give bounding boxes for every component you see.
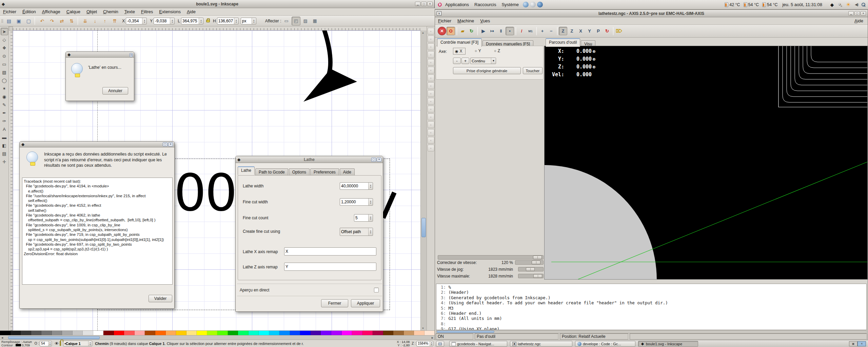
- tool-button-eraser[interactable]: ▬: [1, 134, 8, 141]
- max-velocity-slider[interactable]: [518, 274, 544, 278]
- snap-button-snap-bbox-corners[interactable]: ▫: [428, 51, 434, 58]
- palette-swatch-25[interactable]: [259, 331, 269, 335]
- palette-swatch-41[interactable]: [425, 331, 435, 335]
- taskbar-window-gcodetools-navigat[interactable]: gcodetools - Navigat...: [449, 341, 507, 347]
- workspace-1[interactable]: ▣: [849, 341, 857, 346]
- tool-button-tweak[interactable]: ❖: [1, 44, 8, 52]
- progress-dialog-titlebar[interactable]: ✕: [66, 52, 134, 58]
- palette-swatch-11[interactable]: [114, 331, 124, 335]
- snap-button-snap-line-midpoints[interactable]: ▫: [428, 114, 434, 120]
- minimize-icon[interactable]: ▁: [848, 11, 854, 16]
- snap-button-snap-paths[interactable]: ▫: [428, 82, 434, 89]
- temperature-applet-42-c[interactable]: 42 °C: [725, 2, 740, 7]
- menu-item-vues[interactable]: Vues: [477, 17, 493, 24]
- palette-swatch-38[interactable]: [393, 331, 404, 335]
- snap-button-snap-page-border[interactable]: ▫: [428, 137, 434, 144]
- palette-swatch-9[interactable]: [93, 331, 104, 335]
- tool-button-paint-bucket[interactable]: ◧: [1, 142, 8, 149]
- palette-swatch-21[interactable]: [217, 331, 228, 335]
- axis-titlebar[interactable]: X lathetestz.ngc - AXIS 2.5.0~pre sur EM…: [435, 10, 868, 17]
- temperature-applet-54-c[interactable]: 54 °C: [744, 2, 759, 7]
- tool-button-star[interactable]: ✶: [1, 85, 8, 92]
- close-icon[interactable]: ✕: [377, 158, 381, 162]
- workspace-switcher[interactable]: ▣ ✕: [849, 341, 866, 346]
- apply-button[interactable]: Appliquer: [351, 299, 380, 307]
- snap-button-snap-object-centers[interactable]: ▫: [428, 121, 434, 128]
- palette-swatch-15[interactable]: [155, 331, 166, 335]
- toolbar-button-zoom-out[interactable]: −: [547, 27, 555, 35]
- tool-button-dropper[interactable]: ✛: [1, 158, 8, 165]
- snap-button-snap-bbox-edges[interactable]: ▫: [428, 43, 434, 50]
- command-button-deselect[interactable]: ▢: [24, 17, 33, 25]
- tray-inkscape-tray-icon[interactable]: [829, 2, 835, 8]
- touch-off-button[interactable]: Toucher: [523, 67, 542, 74]
- palette-swatch-28[interactable]: [290, 331, 300, 335]
- toolbar-button-machine-power[interactable]: O: [447, 27, 455, 35]
- home-all-button[interactable]: Prise d'origine générale: [453, 67, 521, 74]
- toolpath-preview[interactable]: X: 0.000⊕ Y: 0.000⊕ Z: 0.000⊕ Vel: 0.000: [544, 46, 868, 280]
- maximize-icon[interactable]: ▢: [371, 158, 376, 162]
- panel-menu-applications[interactable]: Applications: [442, 2, 472, 7]
- toolbar-button-optional-stop[interactable]: M1: [526, 27, 535, 35]
- tray-search-tray-icon[interactable]: [862, 3, 865, 6]
- palette-swatch-10[interactable]: [103, 331, 114, 335]
- menu-item-calque[interactable]: Calque: [63, 8, 83, 15]
- panel-menu-syst-me[interactable]: Système: [499, 2, 521, 7]
- palette-swatch-31[interactable]: [321, 331, 331, 335]
- gcode-line-using-default-header-to-add-your-own-header-create-file-header-in-the-output-dir[interactable]: 4: (Using default header. To add your ow…: [438, 300, 866, 305]
- tool-button-spiral[interactable]: ◉: [1, 93, 8, 100]
- palette-swatch-5[interactable]: [52, 331, 62, 335]
- palette-swatch-13[interactable]: [135, 331, 145, 335]
- close-icon[interactable]: ✕: [168, 142, 173, 146]
- tool-button-ellipse[interactable]: ◯: [1, 77, 8, 84]
- x-remap-field[interactable]: [284, 247, 376, 256]
- tab-aide[interactable]: Aide: [340, 168, 355, 176]
- panel-launcher-browser-launcher[interactable]: [523, 2, 529, 7]
- show-desktop-button[interactable]: [436, 341, 444, 347]
- command-button-lower-to-bottom[interactable]: ⇊: [81, 17, 90, 25]
- palette-swatch-33[interactable]: [342, 331, 352, 335]
- palette-swatch-8[interactable]: [83, 331, 93, 335]
- axis-radio-x[interactable]: ◉X: [453, 48, 466, 55]
- toolbar-button-step-line[interactable]: ↦: [488, 27, 496, 35]
- menu-item-objet[interactable]: Objet: [83, 8, 100, 15]
- toolbar-button-view-z[interactable]: Z: [559, 27, 567, 35]
- tab-path-to-gcode[interactable]: Path to Gcode: [255, 168, 288, 176]
- menu-item-affichage[interactable]: Affichage: [39, 8, 63, 15]
- gcode-listing[interactable]: 1: %2: (Header)3: (Generated by gcodetoo…: [436, 284, 867, 330]
- command-button-select-all-layers[interactable]: ▣: [14, 17, 23, 25]
- lathe-dialog-titlebar[interactable]: Lathe ▢✕: [236, 156, 383, 163]
- tab-lathe[interactable]: Lathe: [238, 166, 255, 175]
- fine-cut-using-arrows[interactable]: [368, 228, 373, 236]
- lathe-width-spinner[interactable]: [368, 183, 373, 189]
- clock[interactable]: jeu. 5 août, 11:31:08: [782, 2, 822, 7]
- affect-toggle-transform-gradients[interactable]: ▨: [301, 17, 310, 25]
- palette-swatch-19[interactable]: [197, 331, 207, 335]
- tool-button-bezier-pen[interactable]: ✒: [1, 109, 8, 117]
- slider-thumb[interactable]: [533, 256, 542, 259]
- inkscape-titlebar[interactable]: boule1.svg - Inkscape ▁ ▢ ✕: [0, 0, 434, 8]
- command-button-rotate-cw[interactable]: ↷: [47, 17, 56, 25]
- maximize-icon[interactable]: ▢: [163, 142, 167, 146]
- close-icon[interactable]: ✕: [861, 11, 866, 16]
- ruler-corner[interactable]: [9, 26, 13, 30]
- palette-swatch-7[interactable]: [73, 331, 83, 335]
- toolbar-button-estop[interactable]: ✕: [438, 27, 446, 35]
- snap-button-snap-smooth-nodes[interactable]: ▫: [428, 106, 434, 113]
- slider-thumb[interactable]: [533, 274, 542, 278]
- toolbar-button-view-y[interactable]: Y: [585, 27, 594, 35]
- jog-mode-select[interactable]: ▼: [470, 58, 496, 64]
- palette-swatch-0[interactable]: [0, 331, 11, 335]
- taskbar-window-boule1-svg-inkscape[interactable]: boule1.svg - Inkscape: [638, 341, 698, 347]
- menu-item-aide[interactable]: Aide: [851, 17, 866, 24]
- palette-swatch-12[interactable]: [124, 331, 135, 335]
- toolbar-button-view-z-rotated[interactable]: Z: [568, 27, 576, 35]
- palette-swatch-40[interactable]: [414, 331, 425, 335]
- snap-button-snap-rotation-centers[interactable]: ▫: [428, 129, 434, 136]
- toolbar-button-clear-plot[interactable]: ⌦: [615, 27, 623, 35]
- fine-cut-using-select[interactable]: [340, 228, 373, 236]
- canvas-horizontal-scrollbar[interactable]: ◀ ▶: [0, 335, 435, 340]
- affect-toggle-scale-rounded-corners[interactable]: ◰: [292, 17, 300, 25]
- gcode-horizontal-scrollbar[interactable]: [436, 330, 867, 333]
- zoom-field[interactable]: [416, 341, 433, 346]
